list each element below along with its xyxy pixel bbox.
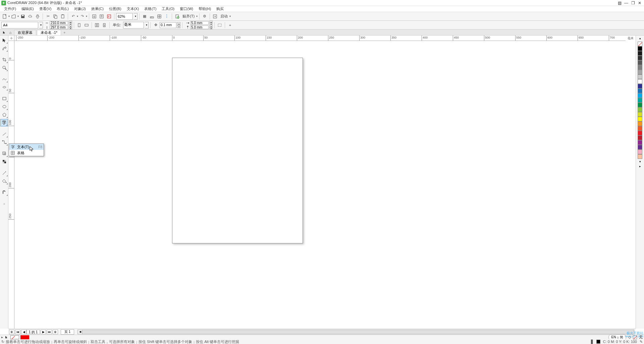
palette-up[interactable]: ▴ [638, 36, 642, 40]
tool-rectangle[interactable] [0, 95, 8, 102]
menu-view[interactable]: 查看(V) [37, 6, 54, 11]
open-button[interactable] [10, 13, 17, 20]
tool-zoom[interactable] [0, 64, 8, 71]
tool-dimension[interactable] [0, 130, 8, 138]
color-swatch[interactable] [638, 84, 642, 89]
color-swatch[interactable] [638, 70, 642, 74]
tool-add[interactable]: + [0, 200, 8, 208]
color-swatch[interactable] [638, 131, 642, 135]
menu-layout[interactable]: 布局(L) [54, 6, 71, 11]
ribbon-toggle-icon[interactable]: ▧ [616, 1, 623, 5]
tool-polygon[interactable] [0, 111, 8, 118]
page-size-dropdown[interactable]: ▾ [39, 22, 43, 28]
dup-y-input[interactable] [190, 25, 209, 29]
color-swatch[interactable] [638, 89, 642, 93]
dup-x-down[interactable]: ▾ [209, 23, 213, 25]
paste-button[interactable] [59, 13, 66, 20]
import-button[interactable] [91, 13, 98, 20]
tool-ellipse[interactable] [0, 103, 8, 110]
color-swatch[interactable] [638, 140, 642, 145]
hpalette-swatch-red[interactable] [20, 335, 29, 339]
options-button[interactable]: ⚙ [201, 13, 208, 20]
hscroll-left[interactable]: ◀ [78, 330, 83, 334]
menu-bitmap[interactable]: 位图(B) [106, 6, 124, 11]
dup-x-input[interactable] [190, 21, 209, 25]
tab-add-button[interactable]: + [62, 30, 67, 35]
horizontal-ruler[interactable]: -250-200-150-100-50050100150200250300350… [14, 36, 636, 41]
page-tab-1[interactable]: 页 1 [61, 329, 74, 335]
flyout-text-tool[interactable]: 字 文本(T) F8 [9, 144, 44, 150]
status-fill-swatch[interactable] [596, 340, 600, 344]
page-next[interactable]: ▶ [41, 330, 46, 334]
unit-dropdown[interactable]: ▾ [145, 22, 149, 28]
page-frame-button[interactable] [216, 22, 223, 28]
height-down[interactable]: ▾ [69, 27, 72, 29]
page-layout-button[interactable] [174, 13, 180, 20]
status-edit-icon[interactable]: ✎ [640, 340, 643, 344]
launch-label[interactable]: 启动 [219, 14, 229, 19]
menu-object[interactable]: 对象(J) [71, 6, 89, 11]
color-swatch[interactable] [638, 117, 642, 121]
flyout-table-tool[interactable]: 表格 [9, 150, 44, 156]
menu-help[interactable]: 帮助(H) [196, 6, 214, 11]
color-swatch[interactable] [638, 60, 642, 65]
swatch-none[interactable] [638, 42, 642, 46]
tool-shape[interactable] [0, 45, 8, 52]
page-first[interactable]: ⏮ [15, 330, 20, 334]
color-swatch[interactable] [638, 46, 642, 51]
page-prev[interactable]: ◀ [21, 330, 26, 334]
landscape-button[interactable] [83, 22, 90, 28]
maximize-button[interactable]: ❐ [630, 1, 636, 5]
tool-artistic-media[interactable] [0, 83, 8, 91]
page-area[interactable] [172, 58, 303, 243]
show-grid-button[interactable] [156, 13, 163, 20]
menu-effect[interactable]: 效果(C) [89, 6, 106, 11]
canvas[interactable] [14, 41, 636, 329]
launch-icon[interactable] [212, 13, 218, 20]
portrait-button[interactable] [76, 22, 83, 28]
color-swatch[interactable] [638, 65, 642, 70]
current-page-button[interactable]: 1 [101, 22, 108, 28]
tab-welcome[interactable]: 欢迎屏幕 [14, 30, 36, 35]
redo-button[interactable]: ↷ [79, 13, 86, 20]
tool-freehand[interactable] [0, 75, 8, 83]
color-swatch[interactable] [638, 79, 642, 84]
menu-file[interactable]: 文件(F) [1, 6, 19, 11]
page-add[interactable]: ⊕ [9, 330, 14, 334]
dup-y-down[interactable]: ▾ [209, 27, 213, 29]
palette-down[interactable]: ▾ [638, 160, 642, 164]
launch-dropdown[interactable]: ▾ [229, 15, 231, 18]
menu-edit[interactable]: 编辑(E) [19, 6, 37, 11]
color-swatch[interactable] [638, 154, 642, 159]
save-button[interactable] [19, 13, 26, 20]
menu-window[interactable]: 窗口(W) [177, 6, 196, 11]
tool-transparency[interactable] [0, 158, 8, 165]
snap-dropdown[interactable]: ▾ [196, 15, 198, 18]
color-swatch[interactable] [638, 93, 642, 98]
all-pages-button[interactable] [94, 22, 100, 28]
undo-dropdown[interactable]: ▾ [77, 15, 78, 18]
color-swatch[interactable] [638, 51, 642, 56]
cloud-button[interactable] [27, 13, 34, 20]
hpalette-swatch-none[interactable] [10, 335, 19, 339]
tool-connector[interactable] [0, 138, 8, 146]
tool-drop-shadow[interactable] [0, 150, 8, 157]
color-swatch[interactable] [638, 103, 642, 107]
tab-document[interactable]: 未命名 -1* [37, 30, 61, 35]
tool-eyedropper[interactable] [0, 169, 8, 177]
cut-button[interactable]: ✂ [45, 13, 51, 20]
color-swatch[interactable] [638, 112, 642, 117]
vertical-ruler[interactable]: 050100150200250-50-100-150-200-250-300 [8, 41, 14, 329]
tool-crop[interactable] [0, 56, 8, 63]
page-add-after[interactable]: ⊕ [53, 330, 58, 334]
open-dropdown[interactable]: ▾ [17, 15, 19, 18]
show-rulers-button[interactable] [149, 13, 155, 20]
page-height-input[interactable] [50, 25, 68, 29]
color-swatch[interactable] [638, 107, 642, 112]
close-button[interactable]: ✕ [637, 1, 643, 5]
copy-button[interactable] [52, 13, 59, 20]
nudge-input[interactable] [160, 22, 176, 28]
new-button[interactable] [1, 13, 8, 20]
tool-fill[interactable] [0, 177, 8, 185]
pick-tool-indicator[interactable] [1, 30, 7, 35]
